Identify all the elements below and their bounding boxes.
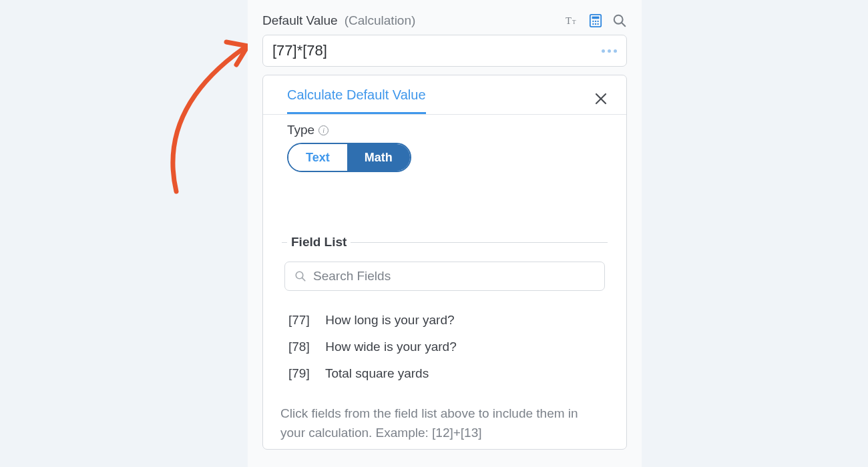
svg-line-11 — [622, 23, 625, 26]
svg-point-9 — [597, 23, 598, 25]
svg-point-4 — [592, 21, 594, 22]
field-label: How long is your yard? — [325, 313, 454, 327]
svg-point-8 — [595, 23, 596, 25]
default-value-panel: Default Value (Calculation) T T — [248, 0, 642, 467]
svg-text:T: T — [572, 19, 576, 25]
formula-text: [77]*[78] — [272, 42, 327, 59]
field-item[interactable]: [79] Total square yards — [288, 360, 601, 387]
calculator-icon[interactable] — [588, 13, 603, 28]
search-fields-input[interactable] — [313, 269, 595, 284]
calculate-card: Calculate Default Value Type i Text Math — [262, 75, 627, 450]
svg-text:T: T — [566, 15, 572, 26]
svg-rect-3 — [592, 17, 600, 19]
field-list-section: Field List [77] How long is your yard? [… — [263, 235, 626, 449]
help-text: Click fields from the field list above t… — [263, 394, 626, 449]
field-id: [79] — [288, 366, 322, 381]
toggle-math[interactable]: Math — [347, 144, 410, 171]
field-id: [77] — [288, 313, 322, 328]
annotation-arrow — [163, 23, 256, 197]
header-label: Default Value — [262, 13, 338, 28]
svg-point-5 — [595, 21, 596, 22]
tab-calculate-default-value[interactable]: Calculate Default Value — [287, 87, 426, 114]
field-list-heading: Field List — [287, 235, 351, 250]
search-fields-box[interactable] — [284, 262, 605, 291]
field-item[interactable]: [77] How long is your yard? — [288, 307, 601, 334]
field-id: [78] — [288, 340, 322, 354]
close-icon[interactable] — [593, 91, 609, 107]
type-toggle: Text Math — [287, 143, 411, 172]
type-section: Type i Text Math — [263, 115, 626, 187]
field-item[interactable]: [78] How wide is your yard? — [288, 334, 601, 360]
header-sublabel: (Calculation) — [345, 13, 416, 28]
field-label: How wide is your yard? — [325, 340, 456, 354]
svg-line-15 — [302, 278, 305, 281]
toggle-text[interactable]: Text — [288, 144, 347, 171]
header-row: Default Value (Calculation) T T — [262, 13, 627, 28]
info-icon[interactable]: i — [318, 125, 329, 135]
type-label: Type — [287, 123, 314, 137]
text-format-icon[interactable]: T T — [564, 13, 579, 28]
more-options-icon[interactable] — [602, 49, 617, 53]
field-label: Total square yards — [325, 366, 429, 380]
svg-point-7 — [592, 23, 594, 25]
search-icon — [294, 270, 306, 282]
formula-input[interactable]: [77]*[78] — [262, 35, 627, 67]
search-icon[interactable] — [612, 13, 627, 28]
field-items: [77] How long is your yard? [78] How wid… — [263, 304, 626, 394]
svg-point-6 — [597, 21, 598, 22]
